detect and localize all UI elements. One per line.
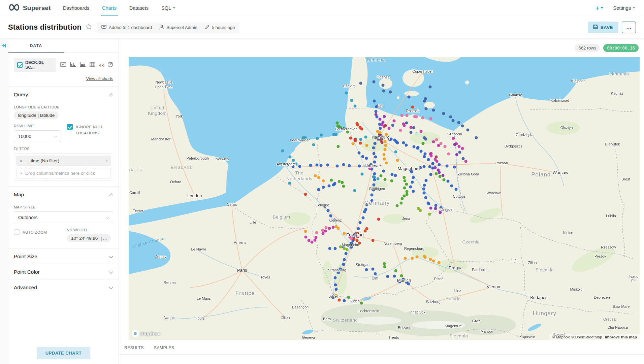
station-point: [350, 237, 353, 240]
nav-dashboards[interactable]: Dashboards: [63, 0, 89, 16]
station-point: [312, 143, 315, 146]
new-item-button[interactable]: +: [595, 4, 603, 12]
data-panel: DATA DECK.GL SC... 4k View all charts Qu…: [8, 39, 119, 364]
station-point: [462, 157, 465, 160]
pie-chart-icon[interactable]: [107, 62, 113, 69]
station-point: [309, 164, 312, 167]
station-point: [343, 258, 346, 261]
section-header[interactable]: Point Size: [14, 249, 113, 264]
station-point: [334, 283, 337, 286]
station-point: [331, 226, 334, 229]
station-point: [413, 115, 416, 118]
station-point: [407, 96, 410, 99]
more-viz-count[interactable]: 4k: [99, 63, 104, 68]
superset-logo[interactable]: Superset: [8, 0, 51, 16]
improve-map-link[interactable]: Improve this map: [605, 335, 637, 339]
station-point: [360, 128, 363, 131]
station-point: [429, 258, 432, 261]
plus-icon: +: [20, 171, 23, 176]
settings-label: Settings: [613, 5, 631, 11]
station-point: [412, 176, 415, 179]
station-point: [373, 136, 376, 139]
remove-filter-icon[interactable]: ×: [20, 158, 22, 164]
station-point: [294, 163, 297, 166]
chevron-down-icon: [633, 7, 635, 9]
station-point: [364, 165, 367, 168]
station-point: [374, 272, 377, 275]
station-point: [403, 194, 406, 197]
map-style-select[interactable]: Outdoors: [14, 211, 113, 223]
chevron-down-icon: [106, 215, 109, 219]
station-point: [358, 221, 361, 224]
collapse-panel-icon[interactable]: [1, 43, 7, 49]
bar-chart-icon[interactable]: [70, 62, 76, 68]
favorite-star-icon[interactable]: [86, 24, 92, 31]
station-point: [457, 145, 460, 148]
station-point: [423, 256, 426, 259]
station-point: [345, 92, 348, 95]
station-point: [386, 275, 389, 278]
station-point: [345, 248, 348, 251]
more-actions-button[interactable]: …: [622, 22, 636, 33]
tab-samples[interactable]: SAMPLES: [154, 345, 174, 350]
meta-user[interactable]: Superset Admin: [159, 25, 197, 30]
nav-charts[interactable]: Charts: [102, 0, 117, 16]
section-title: Point Size: [14, 254, 37, 260]
time-filter-chip[interactable]: × __time (No filter) ›: [16, 156, 111, 166]
meta-label: Superset Admin: [166, 25, 197, 30]
station-point: [429, 206, 432, 209]
ignore-null-checkbox[interactable]: [67, 124, 73, 130]
viz-type-chip[interactable]: DECK.GL SC...: [14, 58, 56, 72]
filter-drop-zone[interactable]: + Drop columns/metrics here or click: [16, 168, 111, 178]
station-point: [365, 157, 368, 160]
station-point: [328, 185, 331, 188]
station-point: [356, 123, 359, 126]
station-point: [358, 165, 361, 168]
mapbox-logo[interactable]: mapbox: [132, 330, 160, 337]
row-limit-select[interactable]: 10000: [14, 130, 61, 142]
station-point: [419, 130, 422, 133]
auto-zoom-checkbox[interactable]: [14, 229, 20, 235]
nav-sql[interactable]: SQL: [161, 0, 175, 16]
station-point: [415, 255, 418, 258]
station-point: [396, 141, 399, 144]
filters-label: FILTERS: [14, 147, 113, 151]
deckgl-map[interactable]: United KingdomDenmarkLithuaniaThe Nether…: [129, 57, 640, 340]
lonlat-chip[interactable]: longitude | latitude: [14, 111, 59, 119]
tab-results[interactable]: RESULTS: [124, 345, 144, 350]
titlebar-actions: SAVE …: [588, 22, 636, 33]
user-icon: [159, 25, 164, 30]
station-point: [313, 238, 316, 241]
station-point: [383, 158, 386, 161]
chevron-down-icon: [109, 270, 113, 273]
station-point: [423, 165, 426, 168]
line-chart-icon[interactable]: [60, 62, 66, 68]
table-icon[interactable]: [90, 62, 95, 68]
section-map-header[interactable]: Map: [14, 187, 113, 202]
station-point: [391, 124, 394, 127]
chart-area: 662 rows 00:00:00.16: [119, 39, 644, 364]
station-point: [372, 175, 375, 178]
view-all-charts-link[interactable]: View all charts: [86, 76, 113, 81]
save-button[interactable]: SAVE: [588, 22, 618, 33]
station-point: [365, 227, 368, 230]
settings-menu[interactable]: Settings: [613, 5, 635, 11]
viewport-chip[interactable]: 10° 24' 49.86" | ...: [67, 234, 111, 242]
section-header[interactable]: Point Color: [14, 264, 113, 279]
station-point: [445, 209, 448, 212]
station-point: [304, 193, 307, 196]
station-point: [422, 188, 425, 191]
section-query-header[interactable]: Query: [14, 87, 113, 102]
nav-datasets[interactable]: Datasets: [129, 0, 149, 16]
station-point: [344, 252, 347, 255]
area-chart-icon[interactable]: [80, 62, 86, 68]
station-point: [342, 263, 345, 266]
update-chart-button[interactable]: UPDATE CHART: [37, 347, 91, 359]
station-point: [384, 124, 387, 127]
section-header[interactable]: Advanced: [14, 279, 113, 295]
station-point: [321, 229, 324, 232]
tab-data[interactable]: DATA: [8, 39, 64, 53]
meta-dashboard[interactable]: Added to 1 dashboard: [101, 25, 152, 30]
station-point: [447, 180, 450, 183]
meta-pencil[interactable]: 5 hours ago: [205, 25, 235, 30]
